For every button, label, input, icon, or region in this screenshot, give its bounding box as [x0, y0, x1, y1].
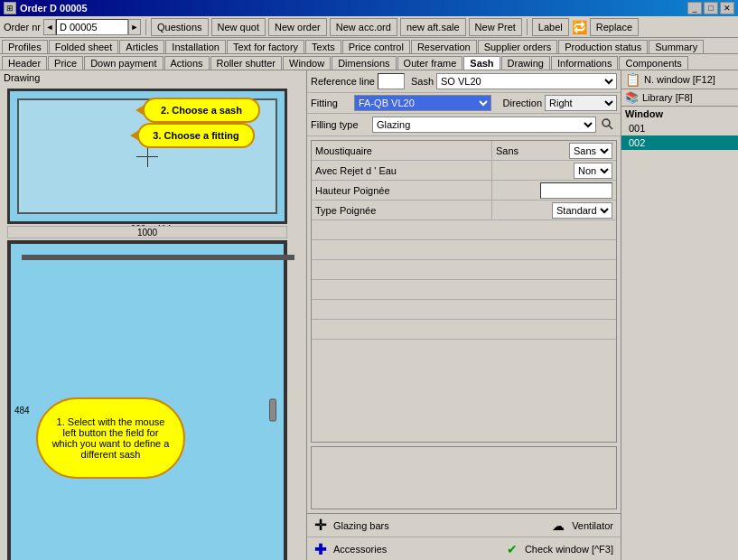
glazing-bars-label[interactable]: Glazing bars	[333, 520, 545, 531]
search-button[interactable]	[599, 116, 617, 134]
ventilator-label[interactable]: Ventilator	[572, 520, 613, 531]
svg-point-2	[603, 119, 610, 126]
bubble-select-field: 1. Select with the mouse left button the…	[36, 397, 185, 479]
tab-reservation[interactable]: Reservation	[411, 40, 477, 53]
separator2	[527, 19, 528, 35]
prop-val-0: Sans Sans	[492, 141, 616, 160]
tab-outer-frame[interactable]: Outer frame	[397, 56, 463, 70]
label-button[interactable]: Label	[532, 18, 569, 36]
tab-articles[interactable]: Articles	[119, 40, 164, 53]
tab-text-factory[interactable]: Text for factory	[227, 40, 304, 53]
tab-bar-1: Profiles Folded sheet Articles Installat…	[0, 38, 738, 54]
width-bar: 1000	[7, 226, 287, 238]
sash-label: Sash	[411, 76, 434, 87]
window-controls: _ □ ✕	[687, 2, 734, 14]
prop-select-0[interactable]: Sans	[569, 143, 612, 159]
new-quot-button[interactable]: New quot	[211, 18, 266, 36]
properties-grid: Moustiquaire Sans Sans Avec Rejet d ' Ea…	[311, 140, 617, 443]
prop-row-empty-7	[312, 340, 616, 359]
prop-row-empty-4	[312, 280, 616, 300]
sash-select[interactable]: SO VL20	[436, 73, 617, 89]
n-window-header: 📋 N. window [F12]	[621, 70, 738, 89]
window-section-label: Window	[621, 107, 738, 121]
ventilator-icon: ☁	[552, 518, 565, 533]
tab-price[interactable]: Price	[48, 56, 83, 70]
ref-line-label: Reference line	[311, 76, 375, 87]
bubble-choose-sash: 2. Choose a sash	[143, 98, 260, 123]
tab-folded-sheet[interactable]: Folded sheet	[49, 40, 119, 53]
fitting-select[interactable]: FA-QB VL20	[354, 95, 491, 111]
far-right-panel: 📋 N. window [F12] 📚 Library [F8] Window …	[621, 70, 738, 560]
bottom-row-2: ✚ Accessories ✔ Check window [^F3]	[307, 537, 621, 560]
direction-select[interactable]: Left Right	[545, 95, 617, 111]
library-header: 📚 Library [F8]	[621, 89, 738, 107]
new-order-button[interactable]: New order	[268, 18, 327, 36]
new-pret-button[interactable]: New Pret	[469, 18, 522, 36]
window-item-002[interactable]: 002	[621, 135, 738, 150]
close-button[interactable]: ✕	[720, 2, 734, 14]
accessories-icon: ✚	[314, 541, 326, 558]
check-icon: ✔	[507, 542, 518, 556]
filling-select[interactable]: Glazing	[372, 117, 596, 133]
prop-row-empty-6	[312, 320, 616, 340]
tab-supplier-orders[interactable]: Supplier orders	[478, 40, 558, 53]
main-toolbar: Order nr ◄ ► Questions New quot New orde…	[0, 16, 738, 38]
tab-texts[interactable]: Texts	[305, 40, 341, 53]
width-value: 1000	[137, 228, 157, 238]
window-title: Order D 00005	[20, 3, 687, 14]
tab-roller-shutter[interactable]: Roller shutter	[210, 56, 282, 70]
prop-row-2: Hauteur Poignée	[312, 181, 616, 201]
prop-val-1: Non	[492, 161, 616, 180]
tab-actions[interactable]: Actions	[164, 56, 210, 70]
tab-drawing[interactable]: Drawing	[501, 56, 550, 70]
notes-area	[311, 446, 617, 509]
prop-select-3[interactable]: Standard	[552, 202, 612, 219]
reference-row: Reference line Sash SO VL20	[307, 70, 621, 93]
tab-sash[interactable]: Sash	[463, 56, 500, 70]
tab-header[interactable]: Header	[2, 56, 47, 70]
tab-installation[interactable]: Installation	[165, 40, 226, 53]
glazing-bars-icon: ✛	[314, 517, 326, 534]
tab-components[interactable]: Components	[619, 56, 687, 70]
window-titlebar: ⊞ Order D 00005 _ □ ✕	[0, 0, 738, 16]
maximize-button[interactable]: □	[704, 2, 718, 14]
tab-production[interactable]: Production status	[558, 40, 648, 53]
prop-row-3: Type Poignée Standard	[312, 201, 616, 220]
prop-name-0: Moustiquaire	[312, 141, 492, 160]
reference-line-input[interactable]	[378, 73, 405, 89]
tab-price-control[interactable]: Price control	[342, 40, 410, 53]
fitting-row: Fitting FA-QB VL20 Direction Left Right	[307, 93, 621, 114]
middle-panel: Reference line Sash SO VL20 Fitting FA-Q…	[307, 70, 621, 560]
prop-row-empty-3	[312, 260, 616, 280]
prop-val-2	[492, 181, 616, 200]
height-dim: 484	[14, 405, 30, 415]
tab-profiles[interactable]: Profiles	[2, 40, 48, 53]
new-acc-ord-button[interactable]: New acc.ord	[330, 18, 397, 36]
minimize-button[interactable]: _	[687, 2, 702, 14]
prop-row-empty-2	[312, 240, 616, 260]
direction-label: Direction	[503, 98, 542, 108]
window-handle	[269, 398, 276, 421]
window-icon: ⊞	[4, 2, 16, 14]
tab-informations[interactable]: Informations	[551, 56, 619, 70]
tab-dimensions[interactable]: Dimensions	[332, 56, 396, 70]
questions-button[interactable]: Questions	[151, 18, 209, 36]
prop-select-1[interactable]: Non	[574, 163, 612, 179]
order-input[interactable]	[56, 19, 128, 35]
check-window-label[interactable]: Check window [^F3]	[525, 544, 613, 555]
accessories-label[interactable]: Accessories	[333, 544, 500, 555]
order-next-button[interactable]: ►	[128, 19, 141, 35]
main-content: Drawing ± 900 × 414 1000	[0, 70, 738, 560]
library-icon: 📚	[625, 91, 639, 104]
tab-down-payment[interactable]: Down payment	[84, 56, 163, 70]
replace-button[interactable]: Replace	[590, 18, 639, 36]
filling-row: Filling type Glazing	[307, 114, 621, 136]
prop-row-empty-5	[312, 300, 616, 320]
tab-summary[interactable]: Summary	[649, 40, 704, 53]
window-item-001[interactable]: 001	[621, 121, 738, 135]
prop-input-2[interactable]	[540, 182, 612, 199]
new-aft-sale-button[interactable]: new aft.sale	[400, 18, 466, 36]
tab-window[interactable]: Window	[283, 56, 331, 70]
order-prev-button[interactable]: ◄	[43, 19, 56, 35]
prop-row-0: Moustiquaire Sans Sans	[312, 141, 616, 161]
